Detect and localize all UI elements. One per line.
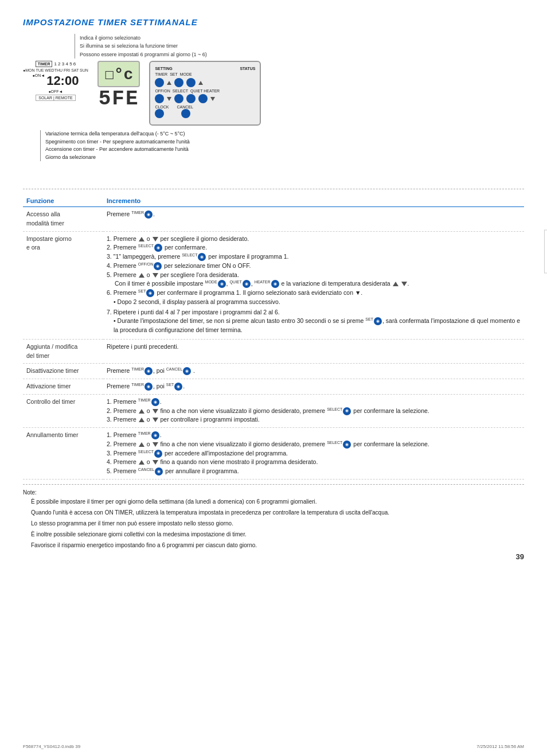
diagram-left: Indica il giorno selezionato Si illumina… [23,34,524,183]
table-row: Impostare giornoe ora 1. Premere o per s… [23,231,524,339]
note-3: Lo stesso programma per il timer non può… [31,519,524,528]
quiet-btn[interactable] [186,94,196,103]
callout-lines: Indica il giorno selezionato Si illumina… [40,34,524,59]
timer-icon: ◉ [144,211,153,219]
up-tri-icon2 [139,273,144,278]
up-tri-icon [139,237,144,241]
up-tri-icon3 [139,409,144,414]
day-numbers: 1 2 3 4 5 6 [54,61,76,67]
up-tri-icon5 [139,442,144,447]
incremento-controllo: 1. Premere TIMER◉. 2. Premere o fino a c… [103,394,524,427]
page: IMPOSTAZIONE TIMER SETTIMANALE Indica il… [0,0,547,756]
down-tri-icon [153,237,158,241]
day-row: ●MON TUE WEDTHU FRI SAT SUN [23,68,88,72]
note-5: Favorisce il risparmio energetico impost… [31,541,524,550]
timer-icon2: ◉ [144,367,153,375]
funzione-accesso: Accesso allamodalità timer [23,207,103,232]
select-btn[interactable] [174,94,183,103]
quiet-icon: ◉ [243,280,251,288]
up-arrow-btn[interactable] [167,81,171,85]
timer-icon5: ◉ [151,431,159,439]
callout-2: Si illumina se si seleziona la funzione … [80,42,524,50]
set-icon2: ◉ [374,317,382,325]
incremento-annullamento: 1. Premere TIMER◉. 2. Premere o fino a c… [103,428,524,480]
offon-icon: ◉ [154,262,162,270]
note-2: Quando l'unità è accesa con ON TIMER, ut… [31,508,524,517]
notes-section: Note: È possibile impostare il timer per… [23,484,524,550]
page-title: IMPOSTAZIONE TIMER SETTIMANALE [23,17,524,27]
diagram-section: Indica il giorno selezionato Si illumina… [23,34,524,189]
variazione-2: Spegnimento con timer - Per spegnere aut… [45,138,524,146]
table-row: Aggiunta / modificadel timer Ripetere i … [23,339,524,364]
incremento-attivazione: Premere TIMER◉, poi SET◉. [103,379,524,395]
off-row: ●OFF◄ [48,89,62,93]
temp-display: ☐°c 5FE [97,61,140,111]
select-icon5: ◉ [154,450,162,458]
temp-down-icon [401,282,407,286]
footer-right: 7/25/2012 11:58:56 AM [476,744,524,749]
timer-icon4: ◉ [151,398,159,406]
cancel-icon: ◉ [183,367,191,375]
mode-up-btn[interactable] [198,81,203,85]
down-tri-icon5 [153,442,158,447]
funzione-disattivazione: Disattivazione timer [23,364,103,379]
solar-remote: SOLAR | REMOTE [36,95,75,101]
set-icon3: ◉ [174,383,182,391]
down-tri-icon4 [153,418,158,422]
select-icon2: ◉ [198,253,206,261]
funzione-controllo: Controllo del timer [23,394,103,427]
notes-title: Note: [23,488,524,497]
incremento-aggiunta: Ripetere i punti precedenti. [103,339,524,364]
funzione-annullamento: Annullamento timer [23,428,103,480]
mode-icon: ◉ [218,280,226,288]
select-icon: ◉ [154,244,162,252]
instruction-table: Funzione Incremento Accesso allamodalità… [23,195,524,480]
down-arrow-btn[interactable] [167,97,171,101]
col-incremento-header: Incremento [103,195,524,207]
temp-value: ☐°c [97,61,140,87]
funzione-aggiunta: Aggiunta / modificadel timer [23,339,103,364]
cancel-btn[interactable] [181,109,190,118]
display-area: TIMER 1 2 3 4 5 6 ●MON TUE WEDTHU FRI SA… [23,61,524,126]
variazione-3: Accensione con timer - Per accendere aut… [45,146,524,154]
heater-btn[interactable] [198,94,208,103]
select-icon4: ◉ [343,441,351,449]
callout-3: Possono essere impostati 6 programmi al … [80,50,524,59]
table-row: Controllo del timer 1. Premere TIMER◉. 2… [23,394,524,427]
down-tri-icon3 [153,409,158,414]
heater-icon: ◉ [271,280,279,288]
table-row: Accesso allamodalità timer Premere TIMER… [23,207,524,232]
note-4: È inoltre possibile selezionare giorni c… [31,530,524,539]
offon-btn[interactable] [155,94,164,103]
incremento-giorno: 1. Premere o per scegliere il giorno des… [103,231,524,339]
mode-btn[interactable] [186,78,196,87]
select-icon3: ◉ [343,407,351,415]
funzione-attivazione: Attivazione timer [23,379,103,395]
set-btn[interactable] [174,78,183,87]
down-tri-icon2 [153,273,158,278]
funzione-giorno: Impostare giornoe ora [23,231,103,339]
variazione-block: Variazione termica della temperatura del… [40,130,524,161]
note-1: È possibile impostare il timer per ogni … [31,497,524,506]
cancel-icon2: ◉ [155,467,163,476]
incremento-accesso: Premere TIMER◉. [103,207,524,232]
clock-btn[interactable] [155,109,164,118]
up-tri-icon4 [139,418,144,422]
variazione-1: Variazione termica della temperatura del… [45,130,524,138]
lcd-outer: TIMER 1 2 3 4 5 6 ●MON TUE WEDTHU FRI SA… [23,61,88,101]
table-row: Disattivazione timer Premere TIMER◉, poi… [23,364,524,379]
table-row: Attivazione timer Premere TIMER◉, poi SE… [23,379,524,395]
page-number: 39 [516,552,524,561]
timer-label: TIMER [36,61,53,67]
side-label: ITALIANO [544,229,547,273]
timer-icon3: ◉ [144,383,153,391]
heater-down-btn[interactable] [210,97,215,101]
temp-up-icon [393,282,398,286]
down-tri-icon6 [153,460,158,465]
set-icon: ◉ [146,289,154,297]
page-footer: F568774_YS0412-0.indb 39 7/25/2012 11:58… [23,744,524,749]
table-row: Annullamento timer 1. Premere TIMER◉. 2.… [23,428,524,480]
callout-1: Indica il giorno selezionato [80,34,524,42]
timer-btn[interactable] [155,78,164,87]
on-label: ●ON◄ [32,73,45,88]
